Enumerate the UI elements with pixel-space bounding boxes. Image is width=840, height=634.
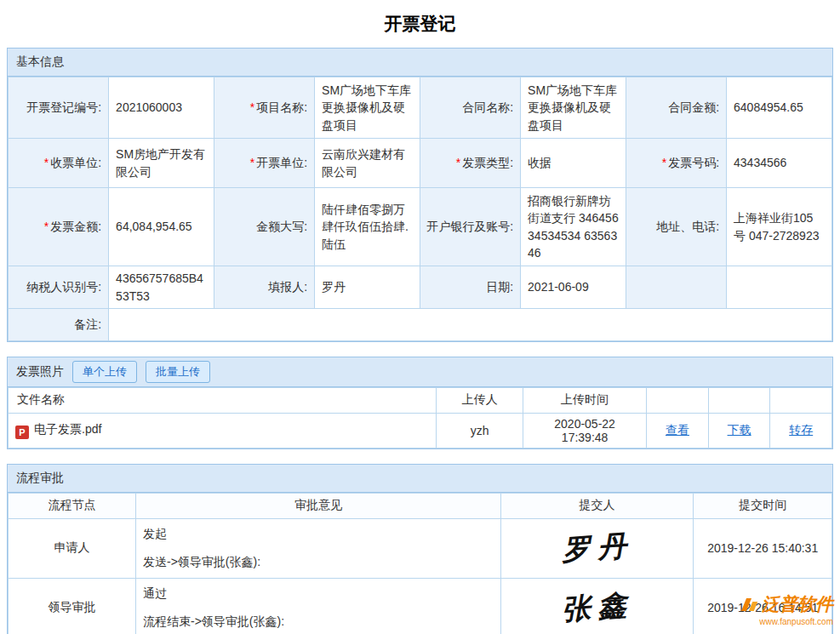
invoice-photos-table: 文件名称 上传人 上传时间 P电子发票.pdf yzh 2020-05-22 1…	[8, 387, 832, 448]
download-link[interactable]: 下载	[728, 423, 751, 437]
field-label-text: 纳税人识别号:	[26, 280, 101, 294]
column-action-1	[647, 387, 709, 413]
basic-info-header: 基本信息	[8, 49, 832, 77]
opinion-line-2: 流程结束->领导审批(张鑫):	[143, 614, 494, 631]
required-marker: *	[456, 156, 460, 169]
field-label-text: 开票单位:	[256, 156, 307, 169]
table-header-row: 流程节点 审批意见 提交人 提交时间	[9, 493, 832, 518]
field-label-text: 合同金额:	[668, 100, 719, 114]
field-label-text: 备注:	[74, 317, 101, 331]
column-action-3	[770, 387, 832, 413]
field-value	[727, 266, 832, 309]
field-value: 陆仟肆佰零捌万肆仟玖佰伍拾肆.陆伍	[315, 188, 420, 266]
field-value: 2021060003	[109, 77, 214, 139]
field-label-text: 日期:	[486, 280, 513, 294]
table-row: P电子发票.pdf yzh 2020-05-22 17:39:48 查看 下载 …	[9, 413, 832, 448]
field-label-text: 发票类型:	[462, 156, 513, 169]
file-name: 电子发票.pdf	[34, 422, 101, 436]
field-label: *发票金额:	[9, 188, 109, 266]
column-upload-time: 上传时间	[523, 387, 647, 413]
column-action-2	[708, 387, 770, 413]
field-label: 开户银行及账号:	[420, 188, 520, 266]
submitter-cell: 张鑫	[500, 578, 694, 634]
table-row: 开票登记编号: 2021060003 *项目名称: SM广场地下车库更换摄像机及…	[9, 77, 832, 139]
field-label-text: 开票登记编号:	[26, 100, 101, 114]
field-label-text: 开户银行及账号:	[426, 220, 513, 233]
approval-header: 流程审批	[8, 465, 832, 493]
upload-time-cell: 2020-05-22 17:39:48	[523, 413, 647, 448]
opinion-cell: 通过 流程结束->领导审批(张鑫):	[136, 578, 501, 634]
field-label-text: 收票单位:	[50, 156, 101, 169]
invoice-photos-header: 发票照片 单个上传 批量上传	[8, 357, 832, 387]
field-value: 招商银行新牌坊街道支行 34645634534534 6356346	[521, 188, 626, 266]
watermark-url: www.fanpusoft.com	[741, 617, 833, 626]
invoice-registration-page: 开票登记 基本信息 开票登记编号: 2021060003 *项目名称: SM广场…	[0, 0, 840, 634]
basic-info-section: 基本信息 开票登记编号: 2021060003 *项目名称: SM广场地下车库更…	[7, 48, 833, 342]
field-label: 开票登记编号:	[9, 77, 109, 139]
field-value: SM广场地下车库更换摄像机及硬盘项目	[521, 77, 626, 139]
field-label-text: 金额大写:	[256, 220, 307, 233]
transfer-cell: 转存	[770, 413, 832, 448]
field-label: 金额大写:	[214, 188, 314, 266]
table-row: *收票单位: SM房地产开发有限公司 *开票单位: 云南欣兴建材有限公司 *发票…	[9, 139, 832, 188]
table-header-row: 文件名称 上传人 上传时间	[9, 387, 832, 413]
signature: 罗丹	[560, 526, 634, 570]
field-value: 上海祥业街105号 047-2728923	[727, 188, 832, 266]
fanpu-watermark: 泛普软件 www.fanpusoft.com	[741, 592, 833, 626]
column-submit-time: 提交时间	[694, 493, 832, 518]
field-value: 64084954.65	[727, 77, 832, 139]
view-link[interactable]: 查看	[666, 423, 689, 437]
field-label	[626, 266, 726, 309]
table-row: 备注:	[9, 309, 832, 341]
column-file-name: 文件名称	[9, 387, 437, 413]
invoice-photos-section: 发票照片 单个上传 批量上传 文件名称 上传人 上传时间 P电子发票.pdf	[7, 357, 833, 449]
required-marker: *	[44, 156, 49, 169]
transfer-link[interactable]: 转存	[789, 423, 813, 437]
field-label-text: 填报人:	[268, 280, 307, 294]
field-label: 备注:	[9, 309, 109, 341]
batch-upload-button[interactable]: 批量上传	[146, 361, 210, 383]
field-label: 纳税人识别号:	[9, 266, 109, 309]
fanpu-logo-icon	[741, 597, 758, 612]
field-label-text: 合同名称:	[462, 100, 513, 114]
node-cell: 申请人	[9, 518, 136, 578]
required-marker: *	[44, 220, 49, 233]
view-cell: 查看	[647, 413, 709, 448]
field-value: 云南欣兴建材有限公司	[315, 139, 420, 188]
field-value: 收据	[521, 139, 626, 188]
field-label-text: 发票号码:	[668, 156, 719, 169]
pdf-icon: P	[15, 426, 29, 439]
field-label: 合同名称:	[420, 77, 520, 139]
field-label-text: 发票金额:	[50, 220, 101, 233]
table-row: 申请人 发起 发送->领导审批(张鑫): 罗丹 2019-12-26 15:40…	[9, 518, 832, 578]
approval-section: 流程审批 流程节点 审批意见 提交人 提交时间 申请人 发起 发送->领导审批(…	[7, 464, 833, 634]
field-label-text: 地址、电话:	[656, 220, 719, 233]
field-label: *项目名称:	[214, 77, 314, 139]
invoice-photos-title: 发票照片	[16, 364, 64, 380]
field-value: 2021-06-09	[521, 266, 626, 309]
watermark-brand-line: 泛普软件	[741, 592, 833, 616]
submitter-cell: 罗丹	[500, 518, 694, 578]
field-label: *发票类型:	[420, 139, 520, 188]
field-label: *开票单位:	[214, 139, 314, 188]
download-cell: 下载	[708, 413, 770, 448]
table-row: 领导审批 通过 流程结束->领导审批(张鑫): 张鑫 2019-12-26 16…	[9, 578, 832, 634]
field-value: 64,084,954.65	[109, 188, 214, 266]
column-submitter: 提交人	[500, 493, 694, 518]
approval-table: 流程节点 审批意见 提交人 提交时间 申请人 发起 发送->领导审批(张鑫): …	[8, 493, 832, 634]
remark-value	[109, 309, 832, 341]
opinion-line-2: 发送->领导审批(张鑫):	[143, 554, 494, 571]
field-label: *发票号码:	[626, 139, 726, 188]
field-value: SM房地产开发有限公司	[109, 139, 214, 188]
watermark-brand-text: 泛普软件	[762, 592, 833, 616]
signature: 张鑫	[560, 585, 634, 630]
node-cell: 领导审批	[9, 578, 136, 634]
field-value: SM广场地下车库更换摄像机及硬盘项目	[315, 77, 420, 139]
field-value: 43656757685B453T53	[109, 266, 214, 309]
table-row: *发票金额: 64,084,954.65 金额大写: 陆仟肆佰零捌万肆仟玖佰伍拾…	[9, 188, 832, 266]
submit-time-cell: 2019-12-26 15:40:31	[694, 518, 832, 578]
field-label: 地址、电话:	[626, 188, 726, 266]
column-opinion: 审批意见	[136, 493, 501, 518]
field-value: 罗丹	[315, 266, 420, 309]
single-upload-button[interactable]: 单个上传	[72, 361, 137, 383]
